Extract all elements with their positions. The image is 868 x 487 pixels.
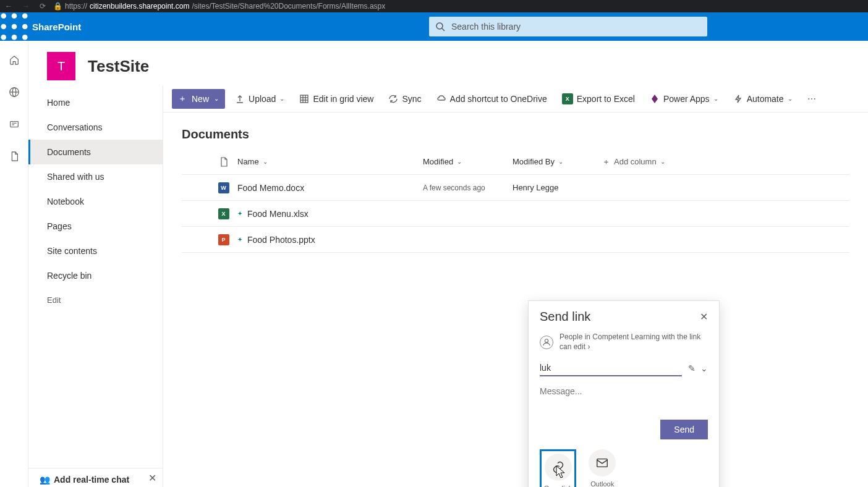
nav-item-home[interactable]: Home bbox=[28, 90, 163, 115]
nav-edit[interactable]: Edit bbox=[28, 288, 163, 312]
command-bar: ＋ New ⌄ Upload ⌄ Edit in grid view bbox=[163, 85, 868, 112]
file-name: Food Menu.xlsx bbox=[247, 209, 308, 219]
copy-link-button[interactable]: Copy link bbox=[540, 449, 576, 487]
powerapps-button[interactable]: Power Apps ⌄ bbox=[645, 89, 723, 109]
upload-button[interactable]: Upload ⌄ bbox=[230, 89, 289, 109]
chevron-right-icon: › bbox=[587, 342, 590, 351]
nav-item-documents[interactable]: Documents bbox=[28, 140, 163, 164]
close-icon[interactable]: ✕ bbox=[700, 311, 708, 323]
close-icon[interactable]: ✕ bbox=[148, 472, 156, 484]
chevron-down-icon[interactable]: ⌄ bbox=[700, 363, 708, 373]
new-indicator-icon: ✦ bbox=[237, 210, 242, 217]
people-icon bbox=[540, 336, 553, 349]
site-header: T TestSite bbox=[28, 41, 868, 85]
chevron-down-icon: ⌄ bbox=[788, 95, 793, 102]
message-input[interactable] bbox=[540, 386, 708, 417]
table-row[interactable]: X✦Food Menu.xlsx bbox=[182, 201, 849, 227]
news-icon[interactable] bbox=[9, 119, 20, 132]
reload-icon[interactable]: ⟳ bbox=[40, 2, 46, 11]
chevron-down-icon: ⌄ bbox=[214, 95, 219, 102]
table-row[interactable]: P✦Food Photos.pptx bbox=[182, 227, 849, 253]
file-name: Food Memo.docx bbox=[237, 183, 304, 193]
excel-icon: X bbox=[562, 93, 573, 104]
automate-button[interactable]: Automate ⌄ bbox=[728, 89, 798, 109]
excel-icon: X bbox=[218, 208, 229, 219]
nav-item-recycle-bin[interactable]: Recycle bin bbox=[28, 263, 163, 288]
svg-point-1 bbox=[12, 13, 17, 19]
svg-point-6 bbox=[1, 35, 6, 40]
dialog-title: Send link bbox=[540, 310, 590, 324]
document-table: Name⌄ Modified⌄ Modified By⌄ ＋Add column… bbox=[163, 149, 868, 253]
add-column[interactable]: ＋Add column⌄ bbox=[602, 156, 689, 167]
forward-icon[interactable]: → bbox=[22, 2, 30, 11]
site-title: TestSite bbox=[88, 57, 149, 76]
shortcut-button[interactable]: Add shortcut to OneDrive bbox=[432, 89, 552, 109]
file-type-column[interactable] bbox=[210, 157, 237, 167]
library-title: Documents bbox=[163, 112, 868, 149]
chevron-down-icon: ⌄ bbox=[713, 95, 718, 102]
search-input[interactable]: Search this library bbox=[429, 17, 707, 36]
new-button[interactable]: ＋ New ⌄ bbox=[172, 89, 225, 109]
modified-by-column[interactable]: Modified By⌄ bbox=[513, 157, 602, 166]
word-icon: W bbox=[218, 182, 229, 193]
svg-line-10 bbox=[442, 28, 445, 31]
teams-icon: 👥 bbox=[40, 475, 50, 485]
files-icon[interactable] bbox=[9, 151, 20, 164]
home-icon[interactable] bbox=[9, 54, 20, 68]
svg-rect-17 bbox=[300, 95, 308, 103]
table-row[interactable]: WFood Memo.docxA few seconds agoHenry Le… bbox=[182, 175, 849, 201]
app-name[interactable]: SharePoint bbox=[28, 22, 81, 32]
lock-icon: 🔒 bbox=[53, 2, 62, 11]
modified-by: Henry Legge bbox=[513, 183, 602, 192]
svg-point-7 bbox=[12, 35, 17, 40]
chat-promo: ✕ 👥 Add real-time chat bbox=[28, 468, 163, 487]
sync-button[interactable]: Sync bbox=[383, 89, 426, 109]
send-button[interactable]: Send bbox=[660, 420, 708, 439]
file-name: Food Photos.pptx bbox=[247, 235, 315, 245]
globe-icon[interactable] bbox=[9, 87, 20, 100]
browser-chrome: ← → ⟳ 🔒 https://citizenbuilders.sharepoi… bbox=[0, 0, 868, 12]
app-rail bbox=[0, 41, 28, 487]
svg-point-9 bbox=[436, 23, 443, 29]
back-icon[interactable]: ← bbox=[5, 2, 12, 11]
plus-icon: ＋ bbox=[178, 93, 187, 104]
svg-point-8 bbox=[22, 35, 28, 40]
export-excel-button[interactable]: X Export to Excel bbox=[557, 89, 640, 109]
svg-rect-14 bbox=[10, 122, 18, 127]
chat-promo-title: Add real-time chat bbox=[54, 475, 129, 485]
svg-point-22 bbox=[545, 339, 548, 342]
search-placeholder: Search this library bbox=[451, 22, 521, 32]
app-launcher-icon[interactable] bbox=[0, 12, 28, 41]
svg-point-4 bbox=[12, 24, 17, 30]
name-column[interactable]: Name⌄ bbox=[237, 157, 423, 166]
suite-header: SharePoint Search this library bbox=[0, 12, 868, 41]
link-scope-button[interactable]: People in Competent Learning with the li… bbox=[529, 330, 719, 360]
new-indicator-icon: ✦ bbox=[237, 236, 242, 243]
more-button[interactable]: ⋯ bbox=[802, 89, 821, 109]
chevron-down-icon: ⌄ bbox=[279, 95, 284, 102]
svg-point-3 bbox=[1, 24, 6, 30]
edit-icon[interactable]: ✎ bbox=[688, 363, 696, 373]
site-nav: HomeConversationsDocumentsShared with us… bbox=[28, 85, 163, 487]
ppt-icon: P bbox=[218, 234, 229, 245]
grid-view-button[interactable]: Edit in grid view bbox=[294, 89, 378, 109]
modified-column[interactable]: Modified⌄ bbox=[423, 157, 513, 166]
table-header: Name⌄ Modified⌄ Modified By⌄ ＋Add column… bbox=[182, 149, 849, 175]
nav-item-shared-with-us[interactable]: Shared with us bbox=[28, 164, 163, 189]
nav-item-pages[interactable]: Pages bbox=[28, 214, 163, 239]
nav-item-notebook[interactable]: Notebook bbox=[28, 189, 163, 214]
svg-point-0 bbox=[1, 13, 6, 19]
svg-rect-23 bbox=[597, 459, 608, 467]
url-bar[interactable]: 🔒 https://citizenbuilders.sharepoint.com… bbox=[53, 2, 385, 11]
nav-item-conversations[interactable]: Conversations bbox=[28, 115, 163, 140]
nav-item-site-contents[interactable]: Site contents bbox=[28, 239, 163, 263]
send-link-dialog: Send link ✕ People in Competent Learning… bbox=[528, 300, 720, 487]
svg-point-5 bbox=[22, 24, 28, 30]
site-logo[interactable]: T bbox=[47, 52, 75, 80]
outlook-button[interactable]: Outlook bbox=[589, 449, 616, 487]
svg-point-2 bbox=[22, 13, 28, 19]
recipient-input[interactable] bbox=[540, 360, 682, 376]
modified-date: A few seconds ago bbox=[423, 184, 513, 192]
